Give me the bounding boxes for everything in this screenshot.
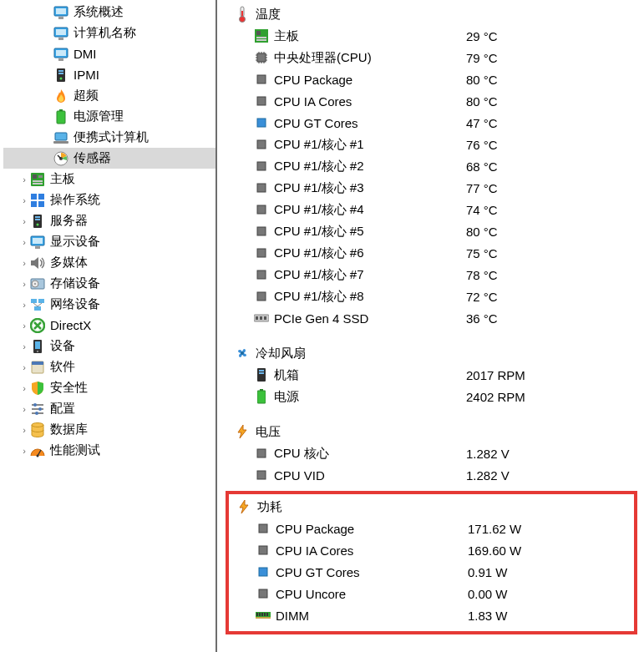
tree-item-benchmark[interactable]: › 性能测试 <box>3 440 216 461</box>
chevron-right-icon[interactable]: › <box>18 341 30 351</box>
tree-item-sensors[interactable]: 传感器 <box>3 148 216 169</box>
svg-rect-83 <box>257 140 266 149</box>
row-cooling-chassis: 机箱 2017 RPM <box>234 364 637 386</box>
chevron-right-icon[interactable]: › <box>18 174 30 184</box>
data-value: 36 °C <box>466 311 541 326</box>
chevron-right-icon[interactable]: › <box>18 383 30 393</box>
chip-icon <box>254 245 269 260</box>
tree-label: 网络设备 <box>50 296 100 312</box>
ram-icon <box>256 608 271 623</box>
svg-rect-85 <box>257 184 266 192</box>
tree-item-multimedia[interactable]: › 多媒体 <box>3 252 216 273</box>
tree-label: 电源管理 <box>74 109 124 124</box>
device-icon <box>30 339 45 354</box>
gpu-chip-icon <box>254 115 269 130</box>
tree-item-devices[interactable]: › 设备 <box>3 336 216 356</box>
svg-rect-24 <box>33 183 43 184</box>
svg-rect-111 <box>264 613 266 616</box>
chevron-right-icon[interactable]: › <box>18 237 30 247</box>
chevron-right-icon[interactable]: › <box>18 446 30 456</box>
tree-label: IPMI <box>74 68 99 82</box>
data-value: 78 °C <box>466 268 541 282</box>
svg-rect-84 <box>257 162 266 170</box>
row-temp-core4: CPU #1/核心 #4 74 °C <box>234 199 637 220</box>
chevron-right-icon[interactable]: › <box>18 362 30 372</box>
mainboard-icon <box>30 172 45 187</box>
data-value: 75 °C <box>466 246 541 260</box>
svg-rect-41 <box>34 306 41 311</box>
speedometer-icon <box>30 443 45 458</box>
data-label: CPU 核心 <box>274 446 466 462</box>
chevron-right-icon[interactable]: › <box>18 321 30 331</box>
tree-item-os[interactable]: › 操作系统 <box>3 190 216 210</box>
tree-label: 配置 <box>50 401 75 417</box>
tree-item-ipmi[interactable]: IPMI <box>3 64 216 85</box>
data-value: 77 °C <box>466 181 541 195</box>
tree-label: 数据库 <box>50 422 88 437</box>
data-label: CPU IA Cores <box>276 543 468 558</box>
chevron-right-icon[interactable]: › <box>18 195 30 205</box>
tree-item-mainboard[interactable]: › 主板 <box>3 169 216 190</box>
svg-rect-105 <box>259 568 267 576</box>
svg-rect-16 <box>53 141 68 144</box>
section-header-temperature: 温度 <box>234 3 637 25</box>
tree-item-directx[interactable]: › DirectX <box>3 315 216 336</box>
data-label: CPU #1/核心 #1 <box>274 137 466 153</box>
chevron-right-icon[interactable]: › <box>18 279 30 289</box>
chip-icon <box>254 137 269 152</box>
chip-icon <box>254 72 269 87</box>
tree-item-config[interactable]: › 配置 <box>3 398 216 419</box>
row-temp-core6: CPU #1/核心 #6 75 °C <box>234 242 637 264</box>
tree-item-power-mgmt[interactable]: 电源管理 <box>3 106 216 127</box>
tree-item-server[interactable]: › 服务器 <box>3 210 216 231</box>
shield-icon <box>30 381 45 396</box>
chip-icon <box>254 180 269 195</box>
tree-item-overview[interactable]: 系统概述 <box>3 2 216 23</box>
tree-label: 操作系统 <box>50 192 100 208</box>
tree-item-database[interactable]: › 数据库 <box>3 419 216 440</box>
data-value: 169.60 W <box>468 543 543 558</box>
row-temp-core5: CPU #1/核心 #5 80 °C <box>234 220 637 242</box>
laptop-icon <box>53 130 68 145</box>
battery-icon <box>53 109 68 124</box>
svg-rect-11 <box>58 73 63 74</box>
chip-icon <box>254 94 269 109</box>
svg-rect-4 <box>56 29 66 35</box>
tree-item-storage[interactable]: › 存储设备 <box>3 273 216 294</box>
svg-rect-40 <box>38 299 44 303</box>
tree-item-portable[interactable]: 便携式计算机 <box>3 127 216 148</box>
tree-item-dmi[interactable]: DMI <box>3 43 216 64</box>
svg-rect-7 <box>56 50 66 56</box>
tree-item-security[interactable]: › 安全性 <box>3 377 216 398</box>
tree-label: 传感器 <box>74 150 111 166</box>
tree-item-network[interactable]: › 网络设备 <box>3 294 216 315</box>
data-label: 中央处理器(CPU) <box>274 50 466 66</box>
row-temp-core7: CPU #1/核心 #7 78 °C <box>234 264 637 286</box>
chip-icon <box>254 159 269 174</box>
section-title: 电压 <box>256 424 281 440</box>
data-label: CPU VID <box>274 468 466 483</box>
chevron-right-icon[interactable]: › <box>18 404 30 414</box>
data-label: CPU #1/核心 #4 <box>274 202 466 218</box>
tree-label: 计算机名称 <box>74 25 136 41</box>
data-value: 76 °C <box>466 138 541 152</box>
tree-item-overclock[interactable]: 超频 <box>3 85 216 106</box>
ssd-icon <box>254 311 269 326</box>
row-power-cpu-uncore: CPU Uncore 0.00 W <box>236 583 627 604</box>
tree-item-computer[interactable]: 计算机名称 <box>3 23 216 43</box>
svg-point-95 <box>241 351 244 355</box>
chevron-right-icon[interactable]: › <box>18 216 30 226</box>
data-label: CPU Package <box>274 73 466 87</box>
chevron-right-icon[interactable]: › <box>18 300 30 310</box>
svg-rect-97 <box>259 370 264 371</box>
tree-item-software[interactable]: › 软件 <box>3 356 216 377</box>
chevron-right-icon[interactable]: › <box>18 425 30 435</box>
speaker-icon <box>30 255 45 270</box>
section-header-power: 功耗 <box>236 496 627 518</box>
tree-item-display[interactable]: › 显示设备 <box>3 231 216 252</box>
svg-rect-101 <box>257 449 266 457</box>
chip-icon <box>254 468 269 483</box>
data-label: CPU #1/核心 #6 <box>274 245 466 261</box>
svg-point-12 <box>60 77 63 79</box>
chevron-right-icon[interactable]: › <box>18 258 30 268</box>
